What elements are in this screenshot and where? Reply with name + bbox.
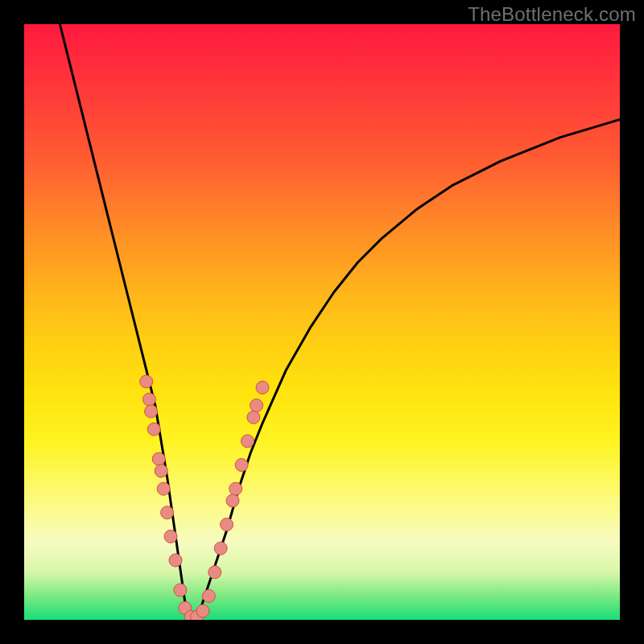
data-marker bbox=[196, 605, 209, 617]
data-marker bbox=[169, 554, 182, 567]
data-marker bbox=[147, 423, 160, 436]
data-marker bbox=[208, 566, 221, 579]
data-marker bbox=[142, 393, 155, 406]
data-marker bbox=[152, 452, 165, 465]
data-marker bbox=[235, 459, 248, 472]
data-marker bbox=[174, 584, 187, 597]
chart-overlay bbox=[24, 24, 620, 620]
data-markers bbox=[140, 375, 269, 620]
data-marker bbox=[247, 411, 260, 423]
data-marker bbox=[226, 494, 239, 507]
data-marker bbox=[214, 542, 227, 555]
data-marker bbox=[145, 405, 158, 418]
data-marker bbox=[164, 530, 177, 543]
data-marker bbox=[242, 435, 254, 448]
data-marker bbox=[250, 399, 263, 412]
data-marker bbox=[155, 464, 167, 477]
data-marker bbox=[202, 589, 215, 602]
plot-area bbox=[24, 24, 620, 620]
data-marker bbox=[157, 482, 170, 495]
data-marker bbox=[221, 518, 233, 531]
data-marker bbox=[161, 506, 174, 519]
bottleneck-curve bbox=[60, 24, 620, 620]
watermark-text: TheBottleneck.com bbox=[468, 3, 636, 26]
data-marker bbox=[140, 375, 153, 388]
data-marker bbox=[229, 482, 242, 495]
chart-frame: TheBottleneck.com bbox=[0, 0, 644, 644]
data-marker bbox=[256, 381, 269, 394]
